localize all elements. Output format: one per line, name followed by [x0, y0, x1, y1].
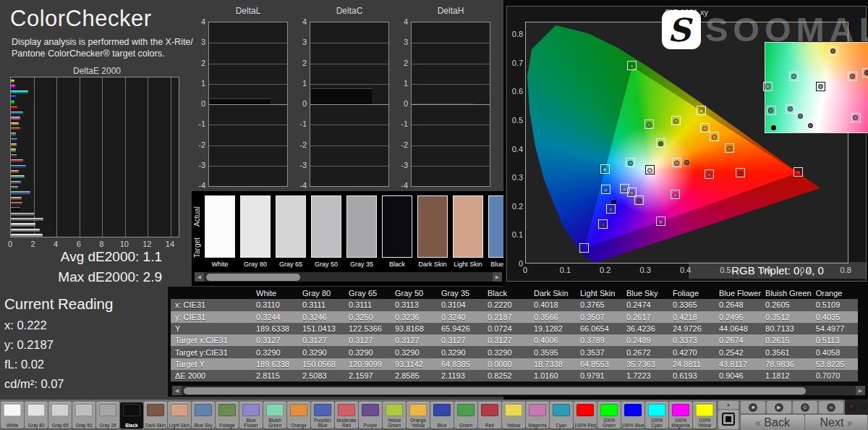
pattern-tile-cyan[interactable]: Cyan	[550, 402, 573, 429]
deltae-bar-light-skin	[11, 197, 22, 200]
play-button[interactable]: ▶	[767, 401, 791, 413]
next-button[interactable]: Next »	[805, 415, 867, 430]
deltae-bar-gray-65	[11, 223, 35, 226]
pattern-tile-blue-flower[interactable]: Blue Flower	[239, 402, 263, 429]
loop-button[interactable]: ∞	[819, 401, 843, 413]
stop-button[interactable]: ■	[741, 401, 765, 413]
tile-swatch	[481, 404, 498, 416]
pattern-tile-100-yellow[interactable]: 100% Yellow	[693, 402, 716, 429]
gridline	[209, 146, 287, 146]
pattern-window-button[interactable]	[718, 410, 739, 429]
table-cell: 0.3290	[391, 346, 437, 358]
swatch-label: White	[205, 261, 235, 268]
pattern-tile-100-blue[interactable]: 100% Blue	[621, 402, 644, 429]
swatch-white[interactable]	[205, 195, 235, 258]
pattern-tile-orange[interactable]: Orange	[287, 402, 310, 429]
y-tick-label: -3	[192, 161, 205, 169]
scroll-right-icon[interactable]: ▶	[856, 386, 865, 395]
pattern-tile-foliage[interactable]: Foliage	[216, 402, 239, 429]
table-scrollbar[interactable]: ◀ ▶	[172, 386, 865, 395]
pattern-tile-light-skin[interactable]: Light Skin	[168, 402, 191, 429]
table-cell: 122.5366	[344, 323, 391, 334]
pattern-tile-yellow-green[interactable]: Yellow Green	[383, 402, 406, 429]
cie-x-tick: 0.4	[677, 266, 694, 274]
actual-label: Actual	[193, 198, 202, 235]
table-row: x: CIE310.31100.31110.31110.31130.31040.…	[171, 299, 858, 311]
y-tick-label: 4	[192, 17, 205, 26]
pattern-up-button[interactable]: ▲	[718, 401, 739, 409]
tile-label: 100% Magenta	[669, 418, 692, 428]
pattern-tile-blue[interactable]: Blue	[430, 402, 454, 429]
cie-inset-dot	[850, 74, 855, 79]
table-cell: 19.1282	[529, 323, 576, 334]
gridline	[412, 84, 490, 85]
swatch-gray-50[interactable]	[311, 195, 341, 258]
deltah-chart-title: DeltaH	[411, 6, 490, 16]
table-cell: 0.3789	[576, 334, 622, 346]
pattern-tile-100-magenta[interactable]: 100% Magenta	[669, 402, 692, 429]
pattern-tile-red[interactable]: Red	[478, 402, 501, 429]
swatch-gray-65[interactable]	[276, 195, 306, 258]
swatch-gray-35[interactable]	[346, 195, 377, 258]
pattern-tile-100-red[interactable]: 100% Red	[574, 402, 597, 429]
swatch-light-skin[interactable]	[453, 195, 483, 258]
single-button[interactable]: ⊙	[793, 401, 817, 413]
tile-label: Yellow	[502, 423, 525, 428]
pattern-tile-gray-80[interactable]: Gray 80	[25, 402, 48, 429]
refresh-icon[interactable]: ⟳	[847, 402, 856, 411]
tile-swatch	[600, 404, 618, 416]
pattern-tile-moderate-red[interactable]: Moderate Red	[335, 402, 358, 429]
play-icon: ▶	[775, 403, 783, 412]
pattern-tile-purple[interactable]: Purple	[359, 402, 382, 429]
record-icon[interactable]	[859, 402, 868, 411]
cie-inset-dot	[765, 84, 770, 89]
table-cell: 0.3127	[298, 334, 344, 346]
tile-swatch	[75, 404, 93, 416]
pattern-tile-orange-yellow[interactable]: Orange Yellow	[407, 402, 430, 429]
table-cell: 0.3512	[761, 311, 812, 323]
cie-chart: RGB Triplet: 0, 0, 0	[525, 22, 848, 264]
pattern-tile-yellow[interactable]: Yellow	[502, 402, 525, 429]
scroll-left-icon[interactable]: ◀	[195, 272, 204, 282]
pattern-tile-gray-50[interactable]: Gray 50	[72, 402, 95, 429]
table-cell: 0.8252	[483, 370, 529, 381]
pattern-tile-purplish-blue[interactable]: Purplish Blue	[311, 402, 334, 429]
tile-swatch	[27, 404, 45, 416]
table-cell: 0.2474	[622, 299, 668, 311]
deltae-bars	[11, 80, 179, 239]
pattern-tile-dark-skin[interactable]: Dark Skin	[144, 402, 167, 429]
pattern-tile-white[interactable]: White	[1, 402, 24, 429]
pattern-tile-100-cyan[interactable]: 100% Cyan	[645, 402, 668, 429]
deltae-bar-bluish-green	[11, 175, 25, 178]
pattern-tile-100-green[interactable]: 100% Green	[597, 402, 621, 429]
pattern-tile-blue-sky[interactable]: Blue Sky	[192, 402, 215, 429]
pattern-tile-bluish-green[interactable]: Bluish Green	[263, 402, 286, 429]
tile-swatch	[576, 404, 594, 416]
current-reading-fl: fL: 0.02	[4, 358, 44, 371]
back-button[interactable]: « Back	[741, 415, 804, 430]
table-row: Target y:CIE310.32900.32900.32900.32900.…	[171, 346, 858, 358]
pattern-tile-gray-35[interactable]: Gray 35	[96, 402, 119, 429]
swatch-scroll-thumb[interactable]	[206, 274, 300, 281]
swatch-blue-sky[interactable]	[488, 195, 505, 258]
deltah-chart	[411, 22, 490, 187]
deltae-bar-gray-50	[11, 218, 43, 221]
deltae-bar-purplish-blue	[11, 165, 26, 168]
swatch-dark-skin[interactable]	[417, 195, 448, 258]
pattern-tile-gray-65[interactable]: Gray 65	[48, 402, 72, 429]
pattern-tile-green[interactable]: Green	[454, 402, 477, 429]
table-cell: 64.8553	[576, 358, 622, 370]
column-header: Blue Sky	[622, 287, 668, 299]
table-row: Target x:CIE310.31270.31270.31270.31270.…	[171, 334, 858, 346]
swatch-scrollbar[interactable]: ◀ ▶	[195, 272, 502, 282]
swatch-black[interactable]	[382, 195, 412, 258]
pattern-tile-magenta[interactable]: Magenta	[526, 402, 549, 429]
swatch-gray-80[interactable]	[240, 195, 271, 258]
table-scroll-thumb[interactable]	[184, 387, 806, 395]
scroll-left-icon[interactable]: ◀	[172, 386, 182, 395]
column-header: Gray 50	[391, 287, 437, 299]
table-cell: 1.0160	[529, 370, 576, 381]
scroll-right-icon[interactable]: ▶	[493, 272, 502, 282]
cie-y-tick: 0.8	[509, 30, 523, 38]
pattern-tile-black[interactable]: Black	[120, 402, 143, 429]
